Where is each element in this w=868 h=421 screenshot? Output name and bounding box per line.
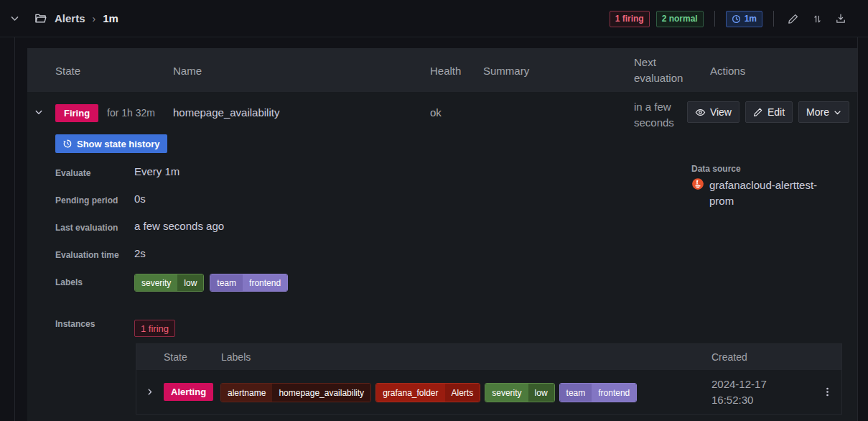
edit-button[interactable]: Edit [745,101,793,123]
view-button-label: View [710,106,732,118]
instances-table: State Labels Created Alerting alertname … [136,343,842,415]
edit-button-label: Edit [767,106,785,118]
label-value: Alerts [445,384,480,402]
swap-vertical-icon[interactable] [808,10,826,27]
firing-duration: for 1h 32m [107,107,155,119]
edit-pencil-icon[interactable] [785,10,802,27]
label-key: severity [135,274,177,291]
data-source-block: Data source grafanacloud-alerttest-prom [691,164,831,209]
menu-chevron-down-icon[interactable] [6,10,23,27]
last-evaluation-label: Last evaluation [55,223,118,233]
label-key: severity [485,384,528,402]
label-key: team [560,384,592,402]
instance-created: 2024-12-17 16:52:30 [711,376,780,408]
label-chip-team[interactable]: team frontend [559,383,638,402]
show-state-history-button[interactable]: Show state history [55,134,167,153]
state-badge: Firing [55,104,98,122]
label-chip-grafana-folder[interactable]: grafana_folder Alerts [375,383,480,402]
pending-period-value: 0s [134,193,146,205]
label-value: low [528,384,554,402]
health-value: ok [430,106,442,119]
instances-header-created: Created [711,351,747,363]
row-actions: View Edit More [687,101,849,123]
instance-state-label: Alerting [171,387,206,397]
label-chip-severity[interactable]: severity low [485,383,554,402]
evaluate-value: Every 1m [134,165,179,177]
label-value: frontend [592,384,636,402]
view-button[interactable]: View [687,101,739,123]
show-state-history-label: Show state history [77,139,160,149]
instances-header-state: State [164,351,187,363]
clock-icon [732,14,741,24]
prometheus-icon [691,177,704,209]
download-icon[interactable] [832,10,849,27]
rule-group-container: State Name Health Summary Next evaluatio… [14,37,858,421]
next-evaluation-value: in a few seconds [634,99,689,131]
evaluation-interval-badge[interactable]: 1m [726,11,762,27]
evaluation-time-value: 2s [134,247,146,259]
label-value: frontend [243,274,287,291]
label-value: low [177,274,203,291]
label-key: alertname [221,384,272,402]
label-chip-severity[interactable]: severity low [134,274,204,292]
breadcrumb-current: 1m [103,12,118,24]
folder-icon [32,10,49,27]
pending-period-label: Pending period [55,195,118,205]
last-evaluation-value: a few seconds ago [134,220,224,232]
firing-count-label: 1 firing [615,14,644,24]
chevron-down-icon [834,108,841,116]
header-summary: Summary [483,64,529,76]
normal-count-badge[interactable]: 2 normal [656,11,704,27]
label-key: grafana_folder [376,384,444,402]
label-value: homepage_availability [272,384,370,402]
more-button[interactable]: More [798,101,849,123]
more-button-label: More [806,106,829,118]
collapse-chevron-down-icon[interactable] [30,103,47,121]
labels-label: Labels [55,277,83,287]
history-icon [62,139,73,149]
label-chip-team[interactable]: team frontend [210,274,288,292]
data-source-label: Data source [691,164,831,174]
breadcrumb: Alerts › 1m [0,10,118,27]
divider [773,11,774,27]
instances-table-header: State Labels Created [136,344,841,370]
normal-count-label: 2 normal [662,14,698,24]
header-health: Health [430,64,461,76]
header-actions: 1 firing 2 normal 1m [610,0,849,37]
instances-firing-label: 1 firing [141,323,169,334]
header-state: State [55,64,80,76]
breadcrumb-folder-link[interactable]: Alerts [55,12,85,24]
expand-chevron-right-icon[interactable] [141,383,158,400]
eye-icon [695,107,706,118]
instances-label: Instances [55,319,95,329]
label-key: team [210,274,243,291]
divider [714,11,715,27]
interval-label: 1m [745,14,757,24]
header-next-evaluation: Next evaluation [634,55,691,86]
kebab-menu-icon[interactable] [818,383,836,400]
evaluate-label: Evaluate [55,168,90,178]
evaluation-time-label: Evaluation time [55,250,119,260]
label-chip-alertname[interactable]: alertname homepage_availability [220,383,371,402]
instances-firing-badge: 1 firing [134,320,175,337]
rule-row-expanded: Firing for 1h 32m homepage_availability … [27,92,857,421]
data-source-name[interactable]: grafanacloud-alerttest-prom [709,177,824,209]
instances-header-labels: Labels [221,351,251,363]
rule-name: homepage_availability [173,106,279,119]
header-actions: Actions [710,64,745,76]
state-badge-label: Firing [64,108,90,119]
firing-count-badge[interactable]: 1 firing [610,11,650,27]
breadcrumb-separator: › [93,13,96,24]
app-header: Alerts › 1m 1 firing 2 normal 1m [0,0,868,37]
pencil-icon [753,107,763,117]
header-name: Name [173,64,202,76]
rule-table-header: State Name Health Summary Next evaluatio… [27,48,857,92]
instance-labels: alertname homepage_availability grafana_… [220,383,637,402]
instance-state-badge: Alerting [164,383,213,401]
instance-row: Alerting alertname homepage_availability… [136,370,841,414]
rule-labels: severity low team frontend [134,274,288,292]
